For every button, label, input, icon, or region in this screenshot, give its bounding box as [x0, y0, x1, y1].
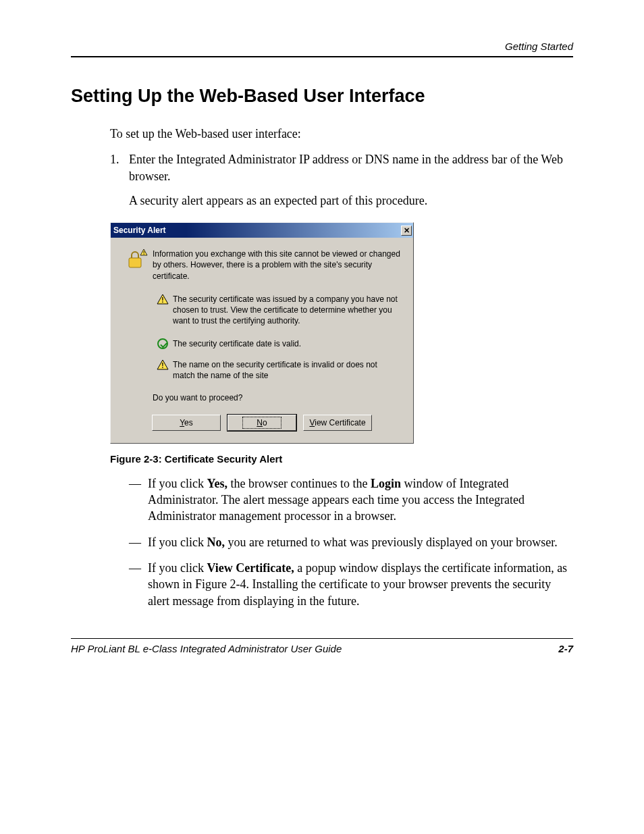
bullet-no: — If you click No, you are returned to w… [129, 534, 573, 550]
no-button[interactable]: No [227, 415, 296, 431]
dialog-item-3: The name on the security certificate is … [173, 359, 404, 381]
dialog-title: Security Alert [113, 226, 166, 235]
step-note: A security alert appears as an expected … [129, 192, 573, 209]
dialog-proceed-text: Do you want to proceed? [153, 393, 404, 402]
svg-text:!: ! [161, 296, 163, 304]
warning-icon: ! [153, 359, 173, 381]
bullet-view-cert: — If you click View Certificate, a popup… [129, 560, 573, 609]
security-alert-dialog: Security Alert ✕ ! [110, 222, 414, 444]
bullet-yes: — If you click Yes, the browser continue… [129, 475, 573, 525]
dialog-item-1: The security certificate was issued by a… [173, 294, 404, 327]
lock-warning-icon: ! [120, 249, 153, 282]
dialog-item-2: The security certificate date is valid. [173, 338, 404, 349]
figure-caption: Figure 2-3: Certificate Security Alert [110, 453, 573, 465]
page-header-section: Getting Started [71, 41, 573, 57]
intro-text: To set up the Web-based user interface: [110, 126, 573, 142]
close-button[interactable]: ✕ [401, 226, 412, 236]
page-number: 2-7 [558, 643, 573, 654]
dialog-titlebar: Security Alert ✕ [111, 223, 413, 238]
check-icon [153, 338, 173, 349]
yes-button[interactable]: Yes [152, 415, 221, 431]
svg-rect-0 [129, 258, 141, 267]
view-certificate-button[interactable]: View Certificate [303, 415, 372, 431]
dialog-main-text: Information you exchange with this site … [153, 249, 404, 282]
step-number: 1. [110, 151, 129, 209]
step-text: Enter the Integrated Administrator IP ad… [129, 151, 573, 184]
svg-text:!: ! [143, 251, 144, 255]
footer-title: HP ProLiant BL e-Class Integrated Admini… [71, 643, 342, 654]
close-icon: ✕ [404, 226, 410, 234]
step-1: 1. Enter the Integrated Administrator IP… [110, 151, 573, 209]
warning-icon: ! [153, 294, 173, 327]
svg-text:!: ! [161, 362, 163, 369]
page-title: Setting Up the Web-Based User Interface [71, 86, 573, 107]
